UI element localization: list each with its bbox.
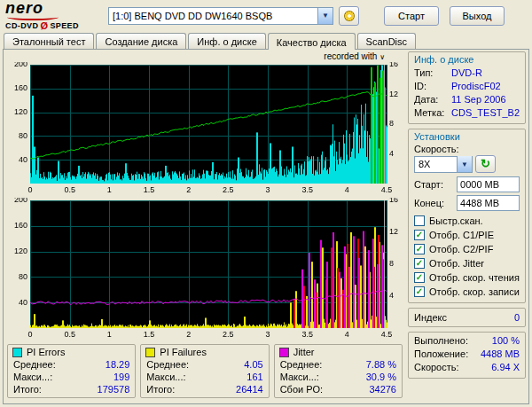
- speed-result-value: 6.94 X: [491, 361, 520, 374]
- quality-chart-top: [7, 62, 403, 195]
- logo-speed-text: SPEED: [50, 22, 79, 30]
- logo-nero-text: nero: [5, 0, 108, 16]
- chevron-down-icon[interactable]: ▼: [317, 8, 332, 24]
- disc-tool-button[interactable]: [339, 6, 359, 26]
- speed-select-value: 8X: [415, 159, 457, 169]
- disc-type-value: DVD-R: [451, 67, 482, 80]
- chevron-down-icon[interactable]: ▼: [457, 156, 472, 172]
- legend-jitter: Jitter Среднее:7.88 % Макси...:30.9 % Сб…: [274, 344, 403, 398]
- checkbox-show-write-speed[interactable]: ✓Отобр. скор. записи: [414, 285, 520, 299]
- recorded-with-label[interactable]: recorded with ∨: [324, 51, 385, 62]
- tab-benchmark[interactable]: Эталонный тест: [4, 33, 94, 49]
- disc-id-value: ProdiscF02: [451, 80, 501, 93]
- refresh-button[interactable]: ↻: [475, 155, 496, 173]
- tab-create-disc[interactable]: Создание диска: [96, 33, 186, 49]
- legend-title: PI Errors: [27, 347, 65, 357]
- position-value: 4488 MB: [481, 348, 520, 361]
- pi-errors-swatch: [12, 348, 22, 357]
- checkbox-icon: ✓: [414, 272, 425, 283]
- position-label: Положение:: [414, 348, 468, 361]
- sidebar: Инф. о диске Тип:DVD-R ID:ProdiscF02 Дат…: [408, 51, 526, 400]
- checkbox-icon: ✓: [414, 258, 425, 269]
- index-box: Индекс 0: [408, 308, 526, 327]
- results-box: Выполнено:100 % Положение:4488 MB Скорос…: [408, 332, 526, 379]
- end-position-label: Конец:: [414, 198, 444, 208]
- pi-failures-swatch: [145, 348, 155, 357]
- legend-title: PI Failures: [160, 347, 207, 357]
- app-window: nero CD-DVD Ø SPEED [1:0] BENQ DVD DD DW…: [0, 0, 532, 407]
- legend-pi-errors: PI Errors Среднее:18.29 Макси...:199 Ито…: [7, 344, 136, 398]
- end-position-input[interactable]: [457, 195, 520, 211]
- disc-quality-panel: recorded with ∨ PI Errors Среднее:18.29 …: [3, 49, 529, 404]
- speed-label: Скорость:: [414, 144, 520, 154]
- checkbox-show-read-speed[interactable]: ✓Отобр. скор. чтения: [414, 270, 520, 285]
- disc-icon: [344, 11, 355, 21]
- settings-group: Установки Скорость: 8X ▼ ↻ Старт: Ко: [408, 129, 526, 303]
- checkbox-icon: [414, 215, 425, 226]
- start-position-input[interactable]: [457, 176, 520, 192]
- legend-pi-failures: PI Failures Среднее:4.05 Макси...:161 Ит…: [140, 344, 269, 398]
- index-label: Индекс: [414, 312, 447, 323]
- checkbox-icon: ✓: [414, 244, 425, 254]
- nero-logo: nero CD-DVD Ø SPEED: [5, 0, 108, 31]
- done-label: Выполнено:: [414, 334, 468, 348]
- disc-label-value: CDS_TEST_B2: [451, 106, 520, 120]
- legend-panels: PI Errors Среднее:18.29 Макси...:199 Ито…: [7, 344, 403, 398]
- tab-scandisc[interactable]: ScanDisc: [357, 33, 416, 49]
- refresh-icon: ↻: [481, 159, 490, 169]
- checkbox-icon: ✓: [414, 230, 425, 240]
- tab-strip: Эталонный тест Создание диска Инф. о дис…: [0, 30, 532, 49]
- drive-select[interactable]: [1:0] BENQ DVD DD DW1640 BSQB ▼: [108, 7, 333, 25]
- checkbox-show-c2-pif[interactable]: ✓Отобр. C2/PIF: [414, 242, 520, 256]
- exit-button[interactable]: Выход: [450, 6, 505, 26]
- checkbox-show-jitter[interactable]: ✓Отобр. Jitter: [414, 256, 520, 270]
- header: nero CD-DVD Ø SPEED [1:0] BENQ DVD DD DW…: [0, 0, 532, 30]
- chevron-down-icon: ∨: [379, 53, 385, 61]
- jitter-swatch: [279, 348, 289, 357]
- start-button[interactable]: Старт: [384, 6, 439, 26]
- done-value: 100 %: [492, 334, 520, 348]
- disc-info-group: Инф. о диске Тип:DVD-R ID:ProdiscF02 Дат…: [408, 51, 526, 124]
- checkbox-fast-scan[interactable]: Быстр.скан.: [414, 214, 520, 228]
- start-position-label: Старт:: [414, 179, 443, 190]
- speed-select[interactable]: 8X ▼: [414, 156, 473, 173]
- checkbox-icon: ✓: [414, 286, 425, 297]
- index-value: 0: [514, 312, 520, 323]
- drive-select-value: [1:0] BENQ DVD DD DW1640 BSQB: [109, 11, 317, 21]
- logo-cddvd-text: CD-DVD: [5, 22, 38, 30]
- legend-title: Jitter: [293, 347, 315, 357]
- tab-disc-quality[interactable]: Качество диска: [268, 33, 356, 50]
- speed-result-label: Скорость:: [414, 361, 459, 374]
- disc-date-value: 11 Sep 2006: [451, 93, 506, 106]
- tab-disc-info[interactable]: Инф. о диске: [188, 33, 265, 49]
- settings-title: Установки: [414, 131, 520, 142]
- chart-column: recorded with ∨ PI Errors Среднее:18.29 …: [7, 51, 403, 400]
- quality-chart-bottom: [7, 198, 403, 340]
- checkbox-show-c1-pie[interactable]: ✓Отобр. C1/PIE: [414, 228, 520, 242]
- disc-info-title: Инф. о диске: [414, 54, 520, 65]
